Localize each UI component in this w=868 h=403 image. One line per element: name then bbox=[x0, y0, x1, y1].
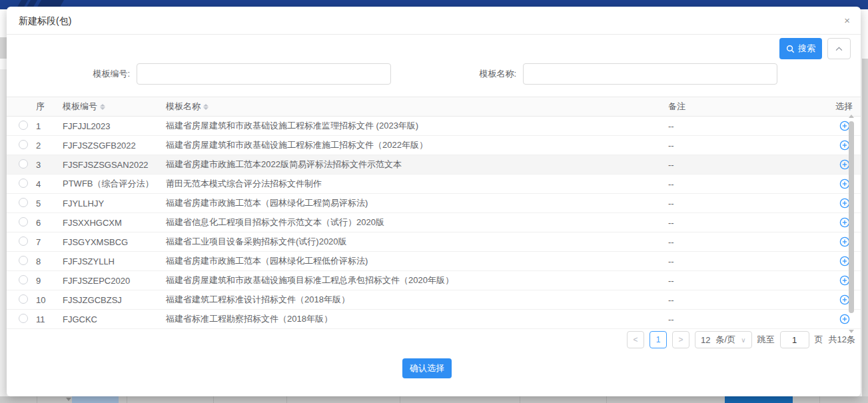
row-index: 8 bbox=[36, 256, 63, 266]
chevron-up-icon bbox=[835, 47, 843, 51]
sort-icon[interactable] bbox=[100, 104, 105, 110]
row-template-code: FJSGYXMSBCG bbox=[63, 237, 166, 247]
table-row[interactable]: 7 FJSGYXMSBCG 福建省工业项目设备采购招标文件(试行)2020版 -… bbox=[7, 232, 861, 252]
dialog-footer: 确认选择 bbox=[7, 358, 861, 378]
row-radio[interactable] bbox=[19, 314, 28, 323]
table-row[interactable]: 8 FJFJSZYLLH 福建省房建市政施工范本（园林绿化工程低价评标法) -- bbox=[7, 252, 861, 271]
search-button[interactable]: 搜索 bbox=[779, 38, 822, 59]
next-page-button[interactable]: > bbox=[672, 331, 689, 348]
row-remark: -- bbox=[664, 141, 827, 151]
row-remark: -- bbox=[664, 199, 827, 208]
row-radio[interactable] bbox=[19, 140, 28, 149]
row-template-code: FJSXXHGCXM bbox=[63, 218, 166, 228]
template-code-input[interactable] bbox=[137, 63, 391, 85]
row-template-code: FJFJSZYLLH bbox=[63, 256, 166, 266]
row-index: 1 bbox=[36, 121, 63, 131]
row-template-name: 福建省信息化工程项目招标文件示范文本（试行）2020版 bbox=[166, 216, 664, 228]
table-row[interactable]: 4 PTWFB（综合评分法） 莆田无范本模式综合评分法招标文件制作 -- bbox=[7, 175, 861, 194]
collapse-search-button[interactable] bbox=[827, 38, 851, 59]
close-icon[interactable]: × bbox=[844, 14, 850, 27]
jump-label: 跳至 bbox=[757, 334, 775, 346]
table-row[interactable]: 1 FJFJJL2023 福建省房屋建筑和市政基础设施工程标准监理招标文件 (2… bbox=[7, 117, 861, 136]
template-name-field: 模板名称: bbox=[393, 63, 777, 85]
table-row[interactable]: 6 FJSXXHGCXM 福建省信息化工程项目招标文件示范文本（试行）2020版… bbox=[7, 213, 861, 232]
row-template-code: FJYLLHJY bbox=[63, 199, 166, 208]
row-remark: -- bbox=[664, 121, 827, 131]
col-header-select: 选择 bbox=[827, 101, 861, 113]
table-row[interactable]: 5 FJYLLHJY 福建省房建市政施工范本（园林绿化工程简易评标法) -- bbox=[7, 194, 861, 213]
row-remark: -- bbox=[664, 295, 827, 305]
row-index: 2 bbox=[36, 141, 63, 151]
row-template-name: 福建省房屋建筑和市政基础设施工程标准施工招标文件（2022年版） bbox=[166, 139, 664, 151]
col-header-name[interactable]: 模板名称 bbox=[166, 101, 664, 113]
row-template-code: FJFJSZSGFB2022 bbox=[63, 141, 166, 151]
page-size-select[interactable]: 12 条/页 ∨ bbox=[695, 331, 751, 348]
dialog-title: 新建标段(包) bbox=[19, 15, 71, 27]
template-code-field: 模板编号: bbox=[7, 63, 391, 85]
total-count: 共12条 bbox=[829, 334, 855, 346]
table-row[interactable]: 3 FJSFJSZSGSAN2022 福建省房建市政施工范本2022版简易评标法… bbox=[7, 155, 861, 175]
row-template-code: FJSFJSZSGSAN2022 bbox=[63, 160, 166, 170]
col-header-remark: 备注 bbox=[664, 101, 827, 113]
row-index: 7 bbox=[36, 237, 63, 247]
row-template-name: 福建省工业项目设备采购招标文件(试行)2020版 bbox=[166, 236, 664, 248]
row-remark: -- bbox=[664, 314, 827, 324]
row-radio[interactable] bbox=[19, 159, 28, 169]
row-radio[interactable] bbox=[19, 275, 28, 284]
row-remark: -- bbox=[664, 237, 827, 247]
sort-icon[interactable] bbox=[203, 104, 209, 110]
table-row[interactable]: 2 FJFJSZSGFB2022 福建省房屋建筑和市政基础设施工程标准施工招标文… bbox=[7, 136, 861, 155]
page-size-value: 12 bbox=[701, 335, 710, 345]
template-table: 序 模板编号 模板名称 备注 选择 1 FJFJJL2023 福建省房屋建筑和市… bbox=[7, 97, 861, 329]
background-page-band bbox=[0, 69, 7, 396]
confirm-select-button[interactable]: 确认选择 bbox=[402, 358, 452, 378]
page-suffix: 页 bbox=[815, 334, 823, 346]
row-radio[interactable] bbox=[19, 217, 28, 226]
row-radio[interactable] bbox=[19, 294, 28, 304]
template-name-input[interactable] bbox=[523, 63, 777, 85]
chevron-down-icon: ∨ bbox=[741, 336, 745, 344]
row-radio[interactable] bbox=[19, 121, 28, 130]
row-radio[interactable] bbox=[19, 179, 28, 188]
table-row[interactable]: 11 FJGCKC 福建省标准工程勘察招标文件（2018年版） -- bbox=[7, 310, 861, 329]
background-blue-button bbox=[725, 396, 793, 403]
row-index: 10 bbox=[36, 295, 63, 305]
template-code-label: 模板编号: bbox=[7, 68, 137, 80]
row-index: 5 bbox=[36, 199, 63, 208]
scroll-up-icon[interactable] bbox=[849, 115, 854, 118]
search-button-label: 搜索 bbox=[798, 43, 815, 55]
row-radio[interactable] bbox=[19, 236, 28, 246]
row-template-code: FJFJSZEPC2020 bbox=[63, 276, 166, 286]
col-header-code[interactable]: 模板编号 bbox=[63, 101, 166, 113]
scrollbar-thumb[interactable] bbox=[849, 121, 854, 313]
row-template-name: 福建省房屋建筑和市政基础设施项目标准工程总承包招标文件（2020年版） bbox=[166, 274, 664, 286]
row-remark: -- bbox=[664, 160, 827, 170]
jump-page-input[interactable] bbox=[780, 331, 809, 348]
template-name-label: 模板名称: bbox=[393, 68, 523, 80]
page-number-button[interactable]: 1 bbox=[650, 331, 667, 348]
row-template-code: PTWFB（综合评分法） bbox=[63, 178, 166, 190]
row-radio[interactable] bbox=[19, 198, 28, 207]
table-scrollbar[interactable] bbox=[848, 113, 855, 334]
row-template-name: 福建省房建市政施工范本（园林绿化工程简易评标法) bbox=[166, 197, 664, 209]
background-selected-cell bbox=[72, 396, 119, 403]
row-template-code: FJSJZGCBZSJ bbox=[63, 295, 166, 305]
row-radio[interactable] bbox=[19, 256, 28, 265]
search-icon bbox=[786, 45, 795, 53]
row-template-name: 福建省标准工程勘察招标文件（2018年版） bbox=[166, 313, 664, 325]
row-template-name: 福建省建筑工程标准设计招标文件（2018年版） bbox=[166, 294, 664, 306]
row-remark: -- bbox=[664, 256, 827, 266]
table-row[interactable]: 9 FJFJSZEPC2020 福建省房屋建筑和市政基础设施项目标准工程总承包招… bbox=[7, 271, 861, 290]
col-header-index: 序 bbox=[36, 101, 63, 113]
pagination: < 1 > 12 条/页 ∨ 跳至 页 共12条 bbox=[627, 331, 855, 348]
page-scrollbar[interactable] bbox=[862, 59, 868, 403]
dialog-header: 新建标段(包) × bbox=[7, 7, 861, 35]
search-form: 模板编号: 模板名称: bbox=[7, 63, 861, 85]
prev-page-button[interactable]: < bbox=[627, 331, 644, 348]
table-row[interactable]: 10 FJSJZGCBZSJ 福建省建筑工程标准设计招标文件（2018年版） -… bbox=[7, 290, 861, 310]
row-template-name: 莆田无范本模式综合评分法招标文件制作 bbox=[166, 178, 664, 190]
row-remark: -- bbox=[664, 276, 827, 286]
row-index: 9 bbox=[36, 276, 63, 286]
background-table-row bbox=[0, 396, 868, 403]
row-template-name: 福建省房建市政施工范本2022版简易评标法招标文件示范文本 bbox=[166, 159, 664, 171]
